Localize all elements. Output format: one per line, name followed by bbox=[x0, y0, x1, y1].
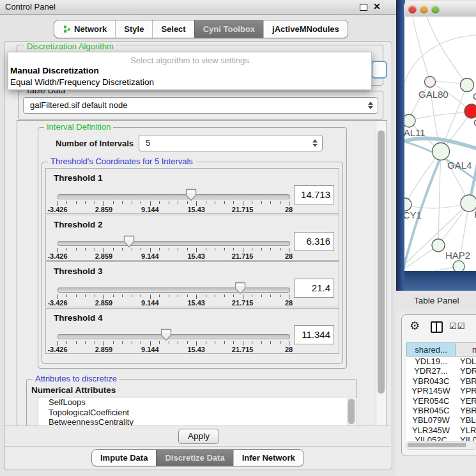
network-node[interactable] bbox=[461, 79, 474, 92]
attribute-item[interactable]: TopologicalCoefficient bbox=[38, 408, 357, 418]
network-node[interactable] bbox=[432, 239, 445, 252]
node-label: HAP2 bbox=[445, 250, 470, 261]
tick-mark bbox=[113, 295, 114, 297]
table-row[interactable]: YBL079WYBL0 bbox=[406, 415, 476, 425]
column-header-name[interactable]: na bbox=[456, 342, 476, 357]
tick-mark bbox=[122, 201, 123, 204]
tick-mark bbox=[280, 201, 280, 204]
threshold-row: Threshold 2-3.4262.8599.14415.4321.71528… bbox=[45, 215, 339, 261]
panel-scrollbar[interactable] bbox=[376, 121, 386, 426]
tab-cyni-toolbox[interactable]: Cyni Toolbox bbox=[194, 20, 263, 38]
tick-mark bbox=[233, 201, 234, 204]
threshold-value-field[interactable]: 14.713 bbox=[294, 185, 334, 204]
tick-label: 9.144 bbox=[131, 299, 169, 307]
tick-label: 15.43 bbox=[177, 252, 215, 260]
slider-track[interactable] bbox=[58, 241, 290, 246]
attribute-item[interactable]: SelfLoops bbox=[38, 397, 357, 408]
algorithm-option[interactable]: Equal Width/Frequency Discretization bbox=[8, 77, 371, 88]
network-node[interactable] bbox=[404, 198, 411, 211]
table-row[interactable]: YLR345WYLR3 bbox=[406, 426, 476, 435]
attributes-list[interactable]: SelfLoopsTopologicalCoefficientBetweenne… bbox=[38, 397, 357, 427]
tab-network[interactable]: Network bbox=[54, 20, 115, 38]
tick-label: -3.426 bbox=[38, 206, 77, 213]
tab-select[interactable]: Select bbox=[152, 20, 194, 38]
cell-shared-name: YDL19... bbox=[406, 357, 456, 366]
zoom-traffic-light[interactable] bbox=[431, 5, 440, 13]
network-canvas[interactable]: GAL80G.CGAL11GAL4GCY1HHAP2 bbox=[404, 17, 476, 271]
table-row[interactable]: YER054CYER0 bbox=[406, 396, 476, 406]
tick-mark bbox=[169, 201, 169, 204]
table-row[interactable]: YPR145WYPR1 bbox=[406, 386, 476, 395]
threshold-value-field[interactable]: 6.316 bbox=[294, 232, 334, 251]
network-window-titlebar[interactable] bbox=[404, 1, 476, 17]
float-window-icon[interactable] bbox=[360, 4, 367, 11]
slider-track[interactable] bbox=[58, 194, 290, 199]
gear-icon[interactable]: ⚙ bbox=[410, 319, 420, 333]
algorithm-combo-focus-fragment[interactable] bbox=[371, 61, 387, 79]
network-edge[interactable] bbox=[413, 17, 430, 82]
tick-mark bbox=[224, 248, 225, 250]
tick-mark bbox=[289, 341, 289, 346]
tick-mark bbox=[196, 248, 197, 252]
tick-mark bbox=[270, 341, 271, 344]
tick-label: 28 bbox=[270, 299, 308, 307]
tab-discretize-data[interactable]: Discretize Data bbox=[156, 450, 233, 466]
slider-thumb[interactable] bbox=[234, 282, 246, 297]
tick-mark bbox=[76, 295, 77, 297]
tick-mark bbox=[215, 295, 215, 297]
tab-impute-data[interactable]: Impute Data bbox=[92, 450, 156, 466]
table-data-combo[interactable]: galFiltered.sif default node bbox=[23, 97, 378, 114]
tick-mark bbox=[85, 201, 86, 204]
network-edge[interactable] bbox=[404, 266, 459, 271]
table-row[interactable]: YBR043CYBR0 bbox=[406, 376, 476, 386]
close-icon[interactable]: ✕ bbox=[373, 1, 381, 12]
tick-mark bbox=[280, 295, 280, 297]
num-intervals-combo[interactable]: 5 bbox=[139, 135, 323, 151]
network-node[interactable] bbox=[464, 104, 476, 118]
network-node[interactable] bbox=[425, 77, 436, 88]
column-header-shared[interactable]: shared... bbox=[406, 342, 456, 357]
table-row[interactable]: YDR27...YDR2 bbox=[406, 366, 476, 376]
attributes-scrollbar[interactable] bbox=[347, 398, 356, 426]
threshold-value-field[interactable]: 21.4 bbox=[294, 279, 334, 298]
slider-track[interactable] bbox=[58, 288, 290, 293]
tick-label: 2.859 bbox=[84, 346, 123, 353]
cell-name: YPR1 bbox=[456, 386, 476, 395]
table-row[interactable]: YBR045CYBR0 bbox=[406, 406, 476, 415]
slider-thumb[interactable] bbox=[185, 188, 197, 204]
tick-mark bbox=[104, 295, 104, 299]
slider-track[interactable] bbox=[58, 334, 290, 339]
tick-mark bbox=[215, 341, 215, 344]
apply-button[interactable]: Apply bbox=[178, 429, 219, 444]
checkbox-icons[interactable]: ☑☑ bbox=[449, 321, 465, 331]
tick-mark bbox=[113, 341, 114, 344]
tab-style[interactable]: Style bbox=[115, 20, 152, 38]
slider-thumb[interactable] bbox=[123, 235, 135, 250]
minimize-traffic-light[interactable] bbox=[420, 5, 428, 13]
slider-thumb[interactable] bbox=[160, 328, 172, 344]
network-edge[interactable] bbox=[409, 112, 472, 121]
split-columns-icon[interactable] bbox=[431, 321, 443, 333]
tick-mark bbox=[132, 341, 132, 344]
network-node[interactable] bbox=[404, 114, 415, 127]
tick-mark bbox=[243, 248, 243, 252]
cell-shared-name: YBR043C bbox=[406, 376, 456, 386]
network-edge[interactable] bbox=[405, 203, 469, 208]
tick-mark bbox=[104, 201, 104, 206]
tab-infer-network[interactable]: Infer Network bbox=[233, 450, 303, 466]
close-traffic-light[interactable] bbox=[408, 5, 417, 13]
threshold-value-field[interactable]: 11.344 bbox=[294, 325, 334, 344]
network-node[interactable] bbox=[453, 261, 464, 271]
network-node[interactable] bbox=[433, 143, 450, 160]
table-row[interactable]: YDL19...YDL1 bbox=[406, 357, 476, 366]
network-edge[interactable] bbox=[405, 151, 441, 204]
table-hscrollbar[interactable] bbox=[406, 441, 476, 450]
num-intervals-label: Number of Intervals bbox=[56, 139, 134, 148]
algorithm-option[interactable]: Manual Discretization bbox=[8, 65, 371, 77]
network-edge[interactable] bbox=[427, 17, 467, 85]
tick-mark bbox=[178, 248, 178, 250]
tab-jactivemnodules[interactable]: jActiveMNodules bbox=[263, 20, 348, 38]
table-row[interactable]: YIL052CYIL0 bbox=[406, 435, 476, 441]
interval-group-title: Interval Definition bbox=[44, 123, 113, 132]
tick-mark bbox=[95, 248, 95, 250]
